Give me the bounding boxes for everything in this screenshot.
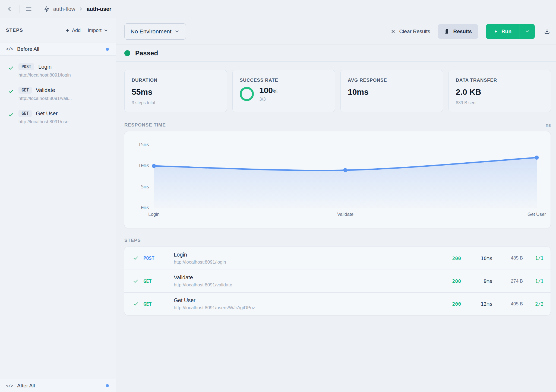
after-all-row[interactable]: </> After All (0, 379, 116, 392)
breadcrumb-page: auth-user (87, 6, 111, 12)
before-all-row[interactable]: </> Before All (0, 43, 116, 56)
main-panel: No Environment Clear Results Results (116, 18, 556, 392)
table-row-login[interactable]: POST Login http://localhost:8091/login 2… (124, 247, 551, 270)
metric-sub: 889 B sent (456, 100, 544, 105)
run-button[interactable]: Run (486, 24, 520, 39)
metric-sub: 3 steps total (132, 100, 220, 105)
sidebar-title: STEPS (6, 28, 23, 33)
line-chart-svg (154, 145, 537, 208)
status-label: Passed (135, 49, 158, 57)
response-time: 12ms (461, 301, 492, 307)
status-code: 200 (439, 255, 461, 261)
breadcrumb: auth-flow auth-user (43, 6, 111, 12)
steps-section-title: STEPS (124, 238, 141, 243)
metric-label: DURATION (132, 78, 220, 83)
step-url: http://localhost:8091/validate (174, 282, 439, 288)
metric-cards: DURATION 55ms 3 steps total SUCCESS RATE… (124, 70, 551, 112)
y-axis-tick-label: 0ms (124, 205, 149, 210)
response-size: 485 B (492, 255, 523, 261)
chart-gridline (154, 208, 537, 208)
chart-data-point (343, 168, 348, 172)
response-time-section-title: RESPONSE TIME (124, 122, 166, 128)
metric-label: DATA TRANSFER (456, 78, 544, 83)
clear-results-button[interactable]: Clear Results (390, 29, 430, 34)
x-axis-label: Validate (324, 212, 367, 217)
download-button[interactable] (544, 28, 551, 35)
duration-card: DURATION 55ms 3 steps total (124, 70, 227, 112)
step-url: http://localhost:8091/use... (18, 119, 72, 125)
metric-value: 55ms (132, 87, 220, 97)
step-name: Validate (36, 87, 55, 93)
response-size: 274 B (492, 279, 523, 284)
code-icon: </> (6, 47, 13, 52)
sidebar-step-get-user[interactable]: GET Get User http://localhost:8091/use..… (0, 106, 116, 129)
run-status-row: Passed (116, 45, 556, 62)
chart-unit-label: ms (546, 123, 551, 128)
assertion-ratio: 1/1 (523, 279, 544, 284)
back-button[interactable] (7, 5, 14, 12)
chevron-down-icon (525, 29, 530, 34)
metric-value: 100% (259, 86, 277, 95)
metric-label: SUCCESS RATE (240, 78, 328, 83)
add-step-button[interactable]: Add (65, 28, 81, 33)
check-icon (133, 255, 140, 261)
run-split-button: Run (486, 24, 535, 39)
step-name: Validate (174, 274, 439, 281)
chart-data-point (535, 156, 539, 160)
results-toolbar: No Environment Clear Results Results (116, 18, 556, 45)
chevron-down-icon (103, 28, 108, 33)
step-name: Get User (36, 110, 58, 117)
metric-value: 10ms (348, 87, 436, 97)
y-axis-tick-label: 10ms (124, 163, 149, 168)
notification-dot (106, 48, 109, 51)
steps-sidebar: STEPS Add Import </> Before All (0, 18, 116, 392)
response-time-chart: 15ms10ms5ms0msLoginValidateGet User (124, 131, 551, 228)
sidebar-step-login[interactable]: POST Login http://localhost:8091/login (0, 59, 116, 82)
top-bar: auth-flow auth-user (0, 0, 556, 18)
response-size: 405 B (492, 301, 523, 307)
sidebar-step-validate[interactable]: GET Validate http://localhost:8091/vali.… (0, 82, 116, 106)
import-button[interactable]: Import (88, 28, 108, 33)
environment-select[interactable]: No Environment (124, 23, 186, 40)
check-icon (8, 65, 14, 78)
assertion-ratio: 2/2 (523, 301, 544, 307)
run-options-button[interactable] (520, 24, 535, 39)
close-icon (390, 29, 396, 34)
success-ring-icon (240, 87, 254, 101)
chart-gridline (154, 187, 537, 187)
step-url: http://localhost:8091/login (18, 72, 71, 78)
step-name: Login (174, 252, 439, 258)
plus-icon (65, 28, 70, 33)
step-url: http://localhost:8091/vali... (18, 96, 72, 101)
sidebar-header: STEPS Add Import (0, 18, 116, 43)
status-passed-dot (124, 50, 130, 56)
menu-button[interactable] (25, 5, 32, 12)
step-name: Login (38, 64, 52, 70)
table-row-get-user[interactable]: GET Get User http://localhost:8091/users… (124, 292, 551, 315)
step-url: http://localhost:8091/users/WJrAgiDPoz (174, 305, 439, 311)
breadcrumb-flow[interactable]: auth-flow (53, 6, 75, 12)
method-badge: POST (18, 63, 34, 70)
results-button[interactable]: Results (438, 24, 478, 39)
chart-area-fill (154, 157, 537, 208)
method-label: GET (143, 301, 167, 307)
environment-value: No Environment (131, 28, 172, 35)
table-row-validate[interactable]: GET Validate http://localhost:8091/valid… (124, 270, 551, 292)
method-badge: GET (18, 87, 32, 94)
divider (20, 5, 20, 13)
status-code: 200 (439, 278, 461, 284)
response-time: 9ms (461, 278, 492, 284)
x-axis-label: Get User (515, 212, 556, 217)
code-icon: </> (6, 383, 13, 388)
after-all-label: After All (17, 383, 35, 389)
steps-list: POST Login http://localhost:8091/login G… (0, 56, 116, 132)
step-url: http://localhost:8091/login (174, 260, 439, 265)
y-axis-tick-label: 5ms (124, 184, 149, 189)
status-code: 200 (439, 301, 461, 307)
response-time: 10ms (461, 255, 492, 261)
check-icon (133, 301, 140, 307)
check-icon (8, 112, 14, 125)
check-icon (133, 279, 140, 284)
bar-chart-icon (444, 29, 450, 34)
avg-response-card: AVG RESPONSE 10ms (340, 70, 443, 112)
